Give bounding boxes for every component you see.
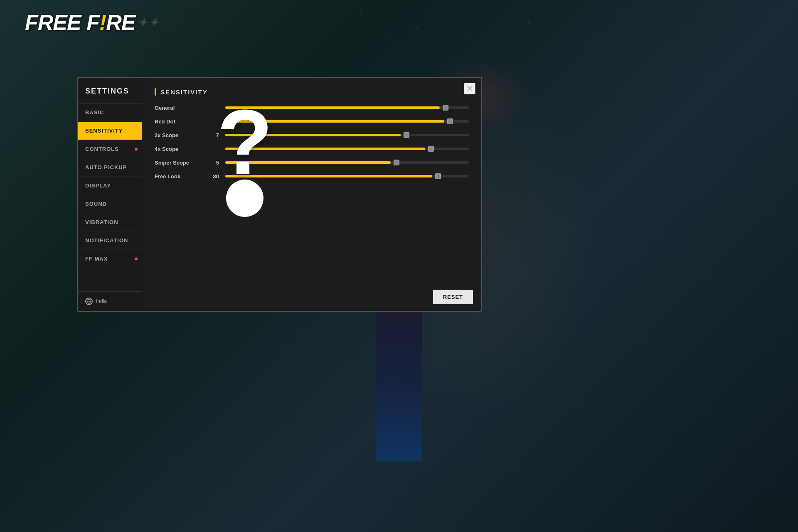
sidebar-item-auto-pickup[interactable]: AUTO PICKUP bbox=[78, 158, 142, 177]
sidebar-footer: India bbox=[78, 291, 142, 311]
sidebar-item-basic[interactable]: BASIC bbox=[78, 103, 142, 122]
slider-label-sniper: Sniper Scope bbox=[155, 160, 200, 166]
slider-value-sniper: 5 bbox=[207, 160, 219, 166]
sidebar-item-sensitivity[interactable]: SENSITIVITY bbox=[78, 122, 142, 140]
slider-value-2xscope: 7 bbox=[207, 132, 219, 138]
slider-track-freelook[interactable] bbox=[225, 175, 469, 178]
slider-label-4xscope: 4x Scope bbox=[155, 146, 200, 152]
main-content: SENSITIVITY General Red Dot bbox=[142, 78, 481, 311]
slider-value-freelook: 80 bbox=[207, 173, 219, 180]
logo-lightning: ! bbox=[99, 10, 106, 34]
slider-handle-general[interactable] bbox=[443, 105, 448, 111]
slider-row-sniper: Sniper Scope 5 bbox=[155, 160, 469, 166]
slider-track-reddot[interactable] bbox=[225, 120, 469, 123]
sidebar-item-vibration[interactable]: VIBRATION bbox=[78, 213, 142, 232]
region-label: India bbox=[96, 298, 107, 304]
slider-handle-4xscope[interactable] bbox=[428, 146, 434, 152]
sidebar-item-ff-max[interactable]: FF MAX bbox=[78, 250, 142, 268]
settings-sidebar: SETTINGS BASIC SENSITIVITY CONTROLS AUTO… bbox=[78, 78, 142, 311]
slider-track-bg bbox=[225, 175, 469, 177]
section-title-row: SENSITIVITY bbox=[155, 88, 469, 96]
character-body bbox=[376, 295, 422, 461]
slider-fill-sniper bbox=[225, 161, 391, 164]
logo-text: FREE F!RE bbox=[25, 12, 135, 33]
slider-handle-freelook[interactable] bbox=[435, 173, 441, 179]
slider-row-4xscope: 4x Scope bbox=[155, 146, 469, 152]
slider-row-freelook: Free Look 80 bbox=[155, 173, 469, 180]
slider-label-general: General bbox=[155, 105, 200, 111]
slider-track-bg bbox=[225, 161, 469, 164]
slider-track-sniper[interactable] bbox=[225, 161, 469, 165]
reset-button[interactable]: RESET bbox=[433, 290, 473, 304]
modal-inner: SETTINGS BASIC SENSITIVITY CONTROLS AUTO… bbox=[78, 78, 481, 311]
slider-track-4xscope[interactable] bbox=[225, 148, 469, 151]
slider-fill-reddot bbox=[225, 120, 444, 123]
slider-fill-freelook bbox=[225, 175, 432, 177]
slider-label-2xscope: 2x Scope bbox=[155, 132, 200, 138]
sidebar-item-display[interactable]: DISPLAY bbox=[78, 177, 142, 195]
slider-fill-general bbox=[225, 106, 440, 109]
slider-track-bg bbox=[225, 134, 469, 136]
slider-track-general[interactable] bbox=[225, 106, 469, 110]
settings-modal: ✕ SETTINGS BASIC SENSITIVITY CONTROLS AU… bbox=[77, 77, 482, 312]
slider-handle-reddot[interactable] bbox=[447, 118, 453, 124]
slider-track-bg bbox=[225, 120, 469, 123]
slider-track-bg bbox=[225, 106, 469, 109]
controls-dot bbox=[135, 148, 138, 150]
close-button[interactable]: ✕ bbox=[464, 83, 475, 94]
ff-max-dot bbox=[135, 257, 138, 260]
slider-track-bg bbox=[225, 148, 469, 150]
section-title-bar bbox=[155, 88, 156, 96]
slider-handle-sniper[interactable] bbox=[394, 160, 399, 165]
question-mark-overlay: ? bbox=[217, 96, 273, 217]
slider-handle-2xscope[interactable] bbox=[404, 132, 409, 138]
sidebar-item-controls[interactable]: CONTROLS bbox=[78, 140, 142, 158]
sidebar-item-sound[interactable]: SOUND bbox=[78, 195, 142, 213]
question-circle bbox=[226, 180, 264, 217]
slider-row-general: General bbox=[155, 105, 469, 111]
slider-track-2xscope[interactable] bbox=[225, 134, 469, 137]
globe-icon bbox=[85, 298, 93, 305]
slider-label-reddot: Red Dot bbox=[155, 118, 200, 125]
section-label: SENSITIVITY bbox=[160, 89, 208, 96]
game-logo: FREE F!RE ✦✦ bbox=[25, 12, 159, 33]
slider-fill-4xscope bbox=[225, 148, 425, 150]
logo-birds-accent: ✦✦ bbox=[137, 15, 159, 30]
sidebar-item-notification[interactable]: NOTIFICATION bbox=[78, 232, 142, 250]
slider-fill-2xscope bbox=[225, 134, 401, 136]
slider-row-reddot: Red Dot bbox=[155, 118, 469, 125]
slider-label-freelook: Free Look bbox=[155, 173, 200, 180]
slider-row-2xscope: 2x Scope 7 bbox=[155, 132, 469, 138]
settings-title: SETTINGS bbox=[78, 78, 142, 103]
